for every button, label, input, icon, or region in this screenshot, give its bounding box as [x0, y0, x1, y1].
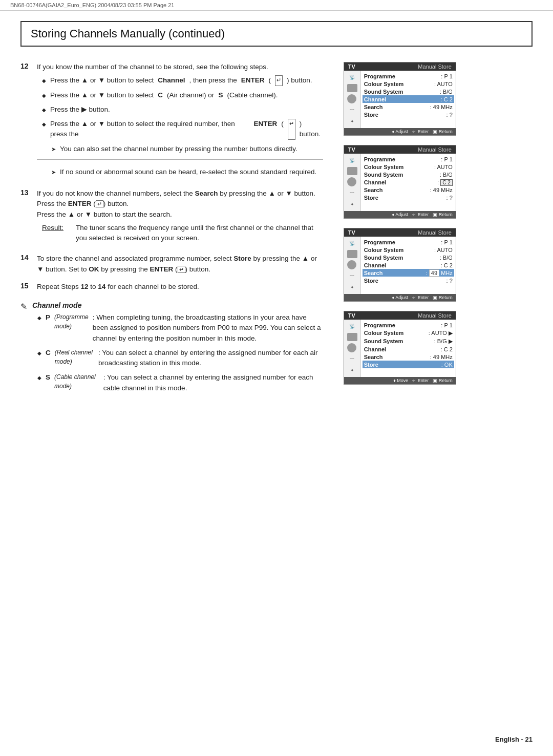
- step-12-number: 12: [20, 62, 31, 181]
- tv-widget-2-body: 📡 〰 ✦ Programme: P 1 Colour System: AUTO…: [344, 154, 456, 211]
- bullet-12-3: Press the ▶ button.: [42, 104, 323, 115]
- tv-widget-1-store-label: Manual Store: [418, 64, 451, 70]
- channel-mode-title: Channel mode: [32, 301, 323, 309]
- divider-1: [37, 159, 323, 160]
- tv-row-4-programme: Programme: P 1: [364, 321, 453, 329]
- tv-icon-3-antenna: 📡: [347, 239, 357, 248]
- channel-mode-section: ✎ Channel mode P (Programme mode): When …: [20, 301, 323, 397]
- tv-widget-3-tv-label: TV: [348, 229, 355, 236]
- tv-row-2-search: Search: 49 MHz: [364, 186, 453, 194]
- tv-row-3-programme: Programme: P 1: [364, 238, 453, 246]
- tv-footer-3-enter: ↵ Enter: [412, 295, 429, 300]
- step-12-text: If you know the number of the channel to…: [37, 62, 323, 72]
- tv-widget-3-store-label: Manual Store: [418, 229, 451, 236]
- step-13: 13 If you do not know the channel number…: [20, 188, 323, 246]
- tv-icon-2-antenna: 📡: [347, 156, 357, 165]
- tv-widget-2-store-label: Manual Store: [418, 146, 451, 153]
- tv-row-1-sound: Sound System: B/G: [364, 88, 453, 95]
- tv-widget-2-footer: ♦ Adjust ↵ Enter ▣ Return: [344, 211, 456, 218]
- tv-widget-2-rows: Programme: P 1 Colour System: AUTO Sound…: [361, 154, 456, 211]
- title-bold: Storing Channels Manually: [31, 27, 165, 40]
- arrow-sound: If no sound or abnormal sound can be hea…: [51, 167, 323, 177]
- right-column: TV Manual Store 📡 〰 ✦ Programme: P 1 Col…: [344, 62, 533, 733]
- tv-widget-4-header: TV Manual Store: [344, 311, 456, 320]
- tv-row-4-colour: Colour System: AUTO ▶: [364, 329, 453, 337]
- tv-row-1-search: Search: 49 MHz: [364, 103, 453, 111]
- tv-row-2-channel: Channel: C 2: [364, 178, 453, 186]
- step-14-content: To store the channel and associated prog…: [37, 254, 323, 275]
- tv-footer-1-return: ▣ Return: [433, 129, 453, 134]
- tv-footer-3-adjust: ♦ Adjust: [392, 295, 409, 300]
- step-13-content: If you do not know the channel numbers, …: [37, 188, 323, 246]
- tv-icon-2-screen: [347, 167, 357, 175]
- footer-text: English - 21: [495, 736, 533, 743]
- tv-widget-4-body: 📡 〰 ✦ Programme: P 1 Colour System: AUTO…: [344, 320, 456, 377]
- tv-icon-2-circle: [347, 177, 356, 186]
- channel-mode-c: C (Real channel mode): You can select a …: [37, 348, 323, 369]
- tv-row-3-sound: Sound System: B/G: [364, 254, 453, 261]
- result-row: Result: The tuner scans the frequency ra…: [42, 223, 323, 244]
- tv-widget-3-header: TV Manual Store: [344, 228, 456, 237]
- content-area: 12 If you know the number of the channel…: [20, 62, 533, 733]
- tv-icon-3-screen: [347, 250, 357, 258]
- tv-widget-1: TV Manual Store 📡 〰 ✦ Programme: P 1 Col…: [344, 62, 456, 136]
- tv-widget-3-rows: Programme: P 1 Colour System: AUTO Sound…: [361, 237, 456, 294]
- tv-icon-antenna: 📡: [347, 73, 357, 82]
- title-normal: (continued): [165, 27, 225, 40]
- tv-widget-1-footer: ♦ Adjust ↵ Enter ▣ Return: [344, 128, 456, 135]
- step-12-bullets: Press the ▲ or ▼ button to select Channe…: [37, 75, 323, 139]
- step-15: 15 Repeat Steps 12 to 14 for each channe…: [20, 282, 323, 292]
- tv-footer-4-return: ▣ Return: [433, 378, 453, 383]
- tv-row-2-store: Store: ?: [364, 194, 453, 201]
- tv-widget-2-tv-label: TV: [348, 146, 355, 153]
- tv-widget-4-rows: Programme: P 1 Colour System: AUTO ▶ Sou…: [361, 320, 456, 377]
- tv-widget-1-icons: 📡 〰 ✦: [344, 71, 361, 128]
- tv-row-2-sound: Sound System: B/G: [364, 171, 453, 178]
- result-label: Result:: [42, 223, 68, 244]
- tv-row-1-store: Store: ?: [364, 111, 453, 118]
- tv-icon-2-wave: 〰: [347, 188, 357, 198]
- tv-row-2-colour: Colour System: AUTO: [364, 163, 453, 171]
- step-14: 14 To store the channel and associated p…: [20, 254, 323, 275]
- step-13-number: 13: [20, 188, 31, 246]
- result-text: The tuner scans the frequency range unti…: [76, 223, 323, 244]
- tv-widget-3: TV Manual Store 📡 〰 ✦ Programme: P 1 Col…: [344, 228, 456, 302]
- tv-footer-1-enter: ↵ Enter: [412, 129, 429, 134]
- step-12: 12 If you know the number of the channel…: [20, 62, 323, 181]
- tv-footer-1-adjust: ♦ Adjust: [392, 129, 409, 134]
- tv-widget-4-footer: ♦ Move ↵ Enter ▣ Return: [344, 377, 456, 384]
- tv-widget-2: TV Manual Store 📡 〰 ✦ Programme: P 1 Col…: [344, 145, 456, 219]
- pencil-icon: ✎: [20, 302, 27, 397]
- tv-row-3-colour: Colour System: AUTO: [364, 246, 453, 254]
- tv-widget-4-store-label: Manual Store: [418, 312, 451, 319]
- channel-mode-content: Channel mode P (Programme mode): When co…: [32, 301, 323, 397]
- tv-icon-3-wave: 〰: [347, 271, 357, 281]
- tv-row-3-channel: Channel: C 2: [364, 261, 453, 269]
- channel-mode-bullets: P (Programme mode): When completing tuni…: [32, 312, 323, 393]
- tv-row-1-programme: Programme: P 1: [364, 72, 453, 80]
- header-text: BN68-00746A(GAIA2_Euro_ENG) 2004/08/23 0…: [10, 2, 174, 8]
- step-14-number: 14: [20, 254, 31, 275]
- tv-widget-1-header: TV Manual Store: [344, 62, 456, 71]
- tv-widget-3-body: 📡 〰 ✦ Programme: P 1 Colour System: AUTO…: [344, 237, 456, 294]
- tv-row-4-channel: Channel: C 2: [364, 345, 453, 353]
- page-title-box: Storing Channels Manually (continued): [20, 21, 533, 47]
- arrow-12-1: You can also set the channel number by p…: [51, 144, 323, 154]
- step-12-content: If you know the number of the channel to…: [37, 62, 323, 181]
- bullet-12-4: Press the ▲ or ▼ button to select the re…: [42, 119, 323, 140]
- left-column: 12 If you know the number of the channel…: [20, 62, 328, 733]
- tv-icon-3-star: ✦: [347, 283, 357, 292]
- page-footer: English - 21: [495, 736, 533, 743]
- step-14-text: To store the channel and associated prog…: [37, 254, 323, 275]
- tv-widget-4-icons: 📡 〰 ✦: [344, 320, 361, 377]
- tv-row-2-programme: Programme: P 1: [364, 155, 453, 163]
- page-body: Storing Channels Manually (continued) 12…: [0, 11, 553, 753]
- tv-icon-4-screen: [347, 333, 357, 341]
- tv-row-1-colour: Colour System: AUTO: [364, 80, 453, 88]
- tv-footer-4-enter: ↵ Enter: [412, 378, 429, 383]
- tv-row-4-search: Search: 49 MHz: [364, 353, 453, 361]
- tv-footer-2-return: ▣ Return: [433, 212, 453, 217]
- tv-widget-1-rows: Programme: P 1 Colour System: AUTO Sound…: [361, 71, 456, 128]
- step-15-number: 15: [20, 282, 31, 292]
- tv-widget-1-tv-label: TV: [348, 64, 355, 70]
